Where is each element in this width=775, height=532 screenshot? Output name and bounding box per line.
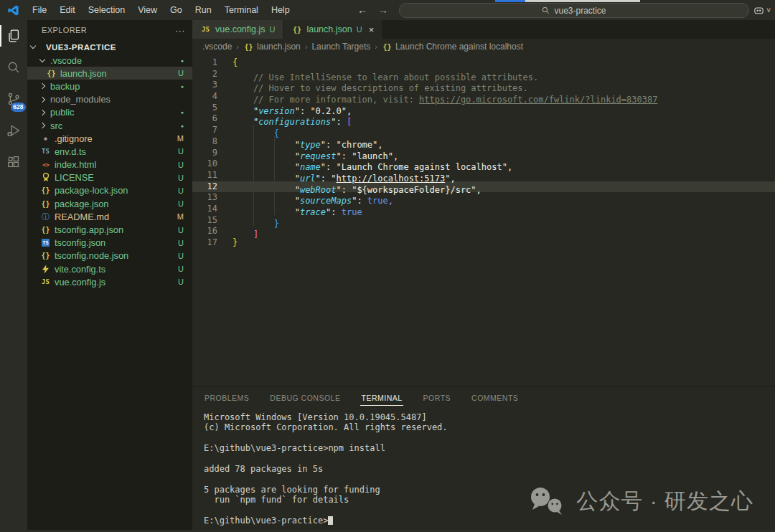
panel-tab-comments[interactable]: COMMENTS (471, 389, 519, 406)
token-bracket-gold: { (232, 57, 238, 67)
code-line[interactable]: 3// Hover to view descriptions of existi… (192, 80, 775, 91)
copilot-menu[interactable]: ˅ (753, 0, 771, 20)
terminal-line[interactable]: added 78 packages in 5s (204, 464, 775, 474)
tree-item-label: index.html (55, 159, 96, 170)
code-line[interactable]: 13"sourceMaps": true, (192, 192, 775, 204)
tree-item-src[interactable]: src● (27, 119, 192, 132)
indent-guide (253, 215, 274, 227)
activity-explorer[interactable] (0, 20, 27, 52)
activity-bar: 628 (0, 20, 27, 532)
tree-item-label: launch.json (60, 68, 107, 79)
panel-tab-ports[interactable]: PORTS (423, 389, 451, 406)
code-line[interactable]: 16] (192, 226, 775, 237)
terminal-line[interactable] (204, 474, 775, 484)
line-number: 1 (192, 57, 217, 69)
indent-guide (232, 103, 253, 114)
tree-root-folder[interactable]: VUE3-PRACTICE (27, 40, 192, 54)
terminal-line[interactable] (204, 454, 775, 464)
breadcrumb-label: Launch Chrome against localhost (395, 42, 523, 52)
tree-item-label: .gitignore (55, 133, 93, 144)
code-line[interactable]: 17} (192, 237, 775, 249)
tab-launch-json[interactable]: {}launch.jsonU× (283, 20, 382, 39)
indent-guide (274, 192, 295, 204)
menu-go[interactable]: Go (164, 0, 189, 20)
tree-item-backup[interactable]: backup● (27, 80, 192, 92)
tree-item-label: backup (50, 81, 80, 92)
tree-item-public[interactable]: public● (27, 106, 192, 119)
tree-item-readme-md[interactable]: ⓘREADME.mdM (27, 210, 192, 223)
activity-extensions[interactable] (0, 146, 27, 178)
breadcrumb-item-launch-chrome-against-localhost[interactable]: {}Launch Chrome against localhost (382, 42, 523, 52)
terminal-line[interactable] (204, 433, 775, 443)
code-line[interactable]: 4// For more information, visit: https:/… (192, 91, 775, 103)
token-comment-link: https://go.microsoft.com/fwlink/?linkid=… (419, 95, 657, 105)
breadcrumb-item-vscode[interactable]: .vscode (202, 42, 232, 52)
tree-item-tsconfig-json[interactable]: TStsconfig.jsonU (27, 237, 192, 250)
tree-item-vscode[interactable]: .vscode● (27, 54, 192, 67)
code-line[interactable]: 10"name": "Launch Chrome against localho… (192, 158, 775, 170)
panel-tab-terminal[interactable]: TERMINAL (360, 389, 403, 406)
code-line[interactable]: 12"webRoot": "${workspaceFolder}/src", (192, 181, 775, 193)
tree-item-license[interactable]: LICENSEU (27, 171, 192, 184)
tab-vue-config-js[interactable]: JSvue.config.jsU (192, 20, 283, 39)
code-editor[interactable]: 1{2// Use IntelliSense to learn about po… (192, 54, 775, 387)
more-actions-icon[interactable]: ··· (175, 25, 185, 36)
run-debug-icon (6, 123, 22, 138)
breadcrumb-separator-icon: › (305, 42, 308, 51)
tree-root-label: VUE3-PRACTICE (46, 43, 116, 52)
activity-search[interactable] (0, 52, 27, 83)
code-line[interactable]: 14"trace": true (192, 204, 775, 215)
panel-tab-problems[interactable]: PROBLEMS (204, 389, 250, 406)
menu-run[interactable]: Run (189, 0, 218, 20)
tree-item-node-modules[interactable]: node_modules (27, 93, 192, 106)
terminal-line[interactable]: E:\github\vue3-practice> (204, 516, 775, 526)
tree-item-tsconfig-app-json[interactable]: {}tsconfig.app.jsonU (27, 223, 192, 236)
code-line[interactable]: 8"type": "chrome", (192, 136, 775, 148)
code-line[interactable]: 9"request": "launch", (192, 148, 775, 159)
line-number: 5 (192, 103, 217, 114)
code-line[interactable]: 6"configurations": [ (192, 113, 775, 125)
tree-item-package-lock-json[interactable]: {}package-lock.jsonU (27, 184, 192, 197)
tab-label: launch.json (306, 24, 352, 34)
tree-item-vue-config-js[interactable]: JSvue.config.jsU (27, 275, 192, 288)
menu-help[interactable]: Help (265, 0, 296, 20)
git-status-badge: U (178, 252, 184, 260)
menu-selection[interactable]: Selection (82, 0, 131, 20)
ts-gray-icon: TS (40, 148, 51, 155)
tree-item-package-json[interactable]: {}package.jsonU (27, 197, 192, 210)
activity-run-debug[interactable] (0, 115, 27, 146)
terminal-cursor (328, 516, 333, 525)
breadcrumb-separator-icon: › (375, 42, 377, 51)
tree-item-tsconfig-node-json[interactable]: {}tsconfig.node.jsonU (27, 250, 192, 262)
token-punctuation: " (295, 207, 300, 217)
tree-item-launch-json[interactable]: {}launch.jsonU (27, 67, 192, 80)
terminal-line[interactable]: E:\github\vue3-practice>npm install (204, 443, 775, 453)
search-input[interactable]: vue3-practice (399, 3, 749, 18)
tree-item-index-html[interactable]: <>index.htmlU (27, 158, 192, 171)
menu-file[interactable]: File (26, 0, 53, 20)
back-icon[interactable]: ← (357, 4, 367, 16)
terminal-line[interactable]: (c) Microsoft Corporation. All rights re… (204, 422, 775, 432)
tree-item-vite-config-ts[interactable]: vite.config.tsU (27, 262, 192, 275)
indent-guide (274, 181, 295, 193)
tree-item-label: package.json (55, 199, 108, 209)
code-line[interactable]: 1{ (192, 57, 775, 69)
menu-view[interactable]: View (131, 0, 164, 20)
tree-item-gitignore[interactable]: ◆.gitignoreM (27, 132, 192, 145)
breadcrumb-item-launch-targets[interactable]: Launch Targets (311, 42, 370, 52)
line-number: 9 (192, 148, 217, 159)
breadcrumb-item-launch-json[interactable]: {}launch.json (243, 42, 301, 52)
indent-guide (232, 136, 253, 148)
tree-item-env-d-ts[interactable]: TSenv.d.tsU (27, 145, 192, 158)
terminal-text: run `npm fund` for details (204, 495, 349, 505)
forward-icon[interactable]: → (378, 4, 388, 16)
menu-edit[interactable]: Edit (53, 0, 82, 20)
code-line-content: "name": "Launch Chrome against localhost… (232, 158, 512, 170)
panel-tab-debug-console[interactable]: DEBUG CONSOLE (269, 389, 341, 406)
activity-source-control[interactable]: 628 (0, 83, 27, 115)
code-line[interactable]: 15} (192, 215, 775, 227)
close-icon[interactable]: × (369, 24, 375, 35)
menu-terminal[interactable]: Terminal (218, 0, 265, 20)
terminal-line[interactable]: Microsoft Windows [Version 10.0.19045.54… (204, 412, 775, 422)
code-line[interactable]: 2// Use IntelliSense to learn about poss… (192, 69, 775, 80)
